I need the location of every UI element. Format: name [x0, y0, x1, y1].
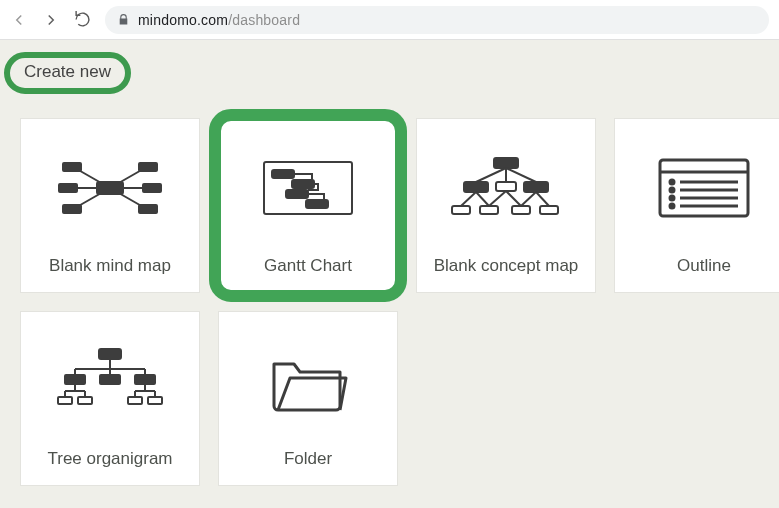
svg-point-41 [670, 196, 674, 200]
svg-rect-18 [494, 158, 518, 168]
card-label: Folder [284, 449, 332, 469]
svg-rect-51 [65, 375, 85, 384]
card-outline[interactable]: Outline [614, 118, 779, 293]
card-blank-concept-map[interactable]: Blank concept map [416, 118, 596, 293]
card-label: Blank concept map [434, 256, 579, 276]
svg-line-34 [506, 191, 521, 206]
svg-rect-9 [63, 205, 81, 213]
svg-line-32 [536, 192, 549, 206]
card-folder[interactable]: Folder [218, 311, 398, 486]
svg-rect-21 [496, 182, 516, 191]
card-label: Tree organigram [47, 449, 172, 469]
svg-point-37 [670, 180, 674, 184]
svg-rect-14 [272, 170, 294, 178]
svg-rect-7 [63, 163, 81, 171]
back-icon[interactable] [10, 11, 28, 29]
svg-point-39 [670, 188, 674, 192]
create-new-label: Create new [24, 62, 111, 81]
outline-icon [615, 119, 779, 256]
svg-rect-20 [524, 182, 548, 192]
card-gantt-chart[interactable]: Gantt Chart [218, 118, 398, 293]
svg-rect-12 [139, 205, 157, 213]
concept-map-icon [417, 119, 595, 256]
svg-rect-24 [512, 206, 530, 214]
card-blank-mind-map[interactable]: Blank mind map [20, 118, 200, 293]
mind-map-icon [21, 119, 199, 256]
svg-rect-15 [292, 180, 314, 188]
folder-icon [219, 312, 397, 449]
svg-rect-23 [480, 206, 498, 214]
template-grid: Blank mind map Gantt Chart [4, 102, 763, 486]
svg-rect-10 [139, 163, 157, 171]
card-tree-organigram[interactable]: Tree organigram [20, 311, 200, 486]
browser-toolbar: mindomo.com/dashboard [0, 0, 779, 40]
card-label: Gantt Chart [264, 256, 352, 276]
svg-line-28 [506, 168, 536, 182]
svg-rect-58 [58, 397, 72, 404]
svg-rect-17 [306, 200, 328, 208]
svg-rect-45 [99, 349, 121, 359]
svg-rect-64 [128, 397, 142, 404]
create-new-button[interactable]: Create new [4, 52, 131, 94]
forward-icon[interactable] [42, 11, 60, 29]
svg-rect-22 [452, 206, 470, 214]
svg-line-29 [461, 192, 476, 206]
card-label: Outline [677, 256, 731, 276]
svg-rect-8 [59, 184, 77, 192]
svg-rect-59 [78, 397, 92, 404]
svg-point-43 [670, 204, 674, 208]
tree-icon [21, 312, 199, 449]
svg-rect-16 [286, 190, 308, 198]
lock-icon [117, 13, 130, 26]
svg-line-31 [521, 192, 536, 206]
reload-icon[interactable] [74, 11, 91, 28]
svg-line-33 [489, 191, 506, 206]
svg-line-30 [476, 192, 489, 206]
svg-rect-65 [148, 397, 162, 404]
url-text: mindomo.com/dashboard [138, 12, 300, 28]
svg-rect-52 [100, 375, 120, 384]
svg-rect-6 [97, 182, 123, 194]
svg-line-26 [476, 168, 506, 182]
address-bar[interactable]: mindomo.com/dashboard [105, 6, 769, 34]
card-label: Blank mind map [49, 256, 171, 276]
svg-rect-53 [135, 375, 155, 384]
svg-rect-25 [540, 206, 558, 214]
svg-rect-19 [464, 182, 488, 192]
gantt-icon [219, 119, 397, 256]
svg-rect-11 [143, 184, 161, 192]
